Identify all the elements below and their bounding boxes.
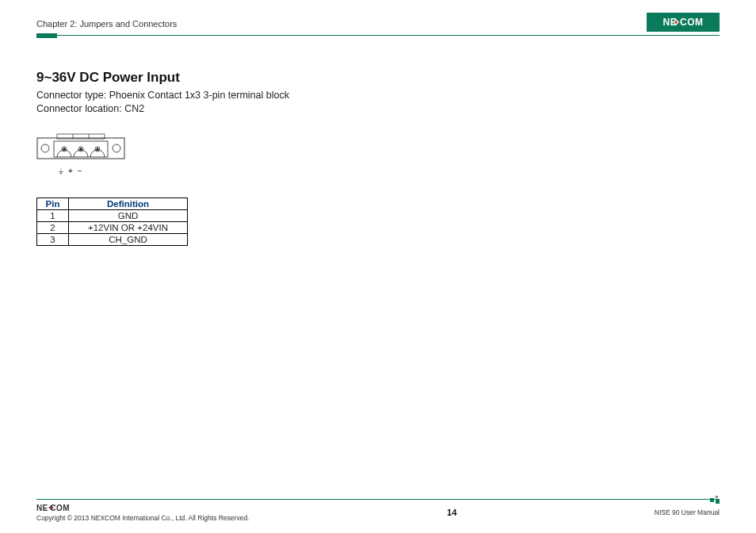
- connector-diagram: ⏚+−: [36, 133, 720, 175]
- svg-text:NE  COM: NE COM: [663, 17, 704, 28]
- table-row: 1 GND: [37, 209, 188, 221]
- page-header: Chapter 2: Jumpers and Connectors NE COM: [36, 10, 720, 32]
- page-footer: NE COM Copyright © 2013 NEXCOM Internati…: [36, 499, 720, 522]
- table-row: 2 +12VIN OR +24VIN: [37, 221, 188, 233]
- connector-symbol-row: ⏚+−: [36, 167, 720, 175]
- plus-symbol-icon: +: [68, 167, 78, 175]
- brand-logo-footer: NE COM: [36, 502, 82, 513]
- manual-name: NISE 90 User Manual: [655, 508, 720, 516]
- table-header-pin: Pin: [37, 197, 69, 209]
- def-cell: +12VIN OR +24VIN: [69, 221, 188, 233]
- svg-point-9: [113, 144, 120, 152]
- header-rule: [36, 33, 720, 38]
- table-row: 3 CH_GND: [37, 233, 188, 245]
- pin-cell: 3: [37, 233, 69, 245]
- connector-location-line: Connector location: CN2: [36, 102, 720, 116]
- table-header-definition: Definition: [69, 197, 188, 209]
- svg-point-8: [41, 144, 49, 152]
- svg-rect-17: [710, 498, 714, 502]
- svg-rect-18: [716, 496, 718, 498]
- connector-type-line: Connector type: Phoenix Contact 1x3 3-pi…: [36, 89, 720, 102]
- def-cell: CH_GND: [69, 233, 188, 245]
- section-title: 9~36V DC Power Input: [36, 70, 720, 86]
- brand-logo-top: NE COM: [647, 13, 720, 32]
- pin-definition-table: Pin Definition 1 GND 2 +12VIN OR +24VIN …: [36, 197, 188, 246]
- svg-point-12: [63, 148, 65, 150]
- def-cell: GND: [69, 209, 188, 221]
- copyright-text: Copyright © 2013 NEXCOM International Co…: [36, 514, 249, 522]
- svg-point-14: [80, 148, 82, 150]
- chapter-label: Chapter 2: Jumpers and Connectors: [36, 19, 177, 32]
- ground-symbol-icon: ⏚: [59, 167, 68, 175]
- svg-point-16: [97, 148, 98, 150]
- page-number: 14: [447, 508, 456, 517]
- content-area: 9~36V DC Power Input Connector type: Pho…: [36, 38, 720, 246]
- pin-cell: 2: [37, 221, 69, 233]
- minus-symbol-icon: −: [78, 167, 87, 175]
- pin-cell: 1: [37, 209, 69, 221]
- footer-corner-icon: [710, 496, 721, 504]
- svg-rect-19: [716, 500, 720, 504]
